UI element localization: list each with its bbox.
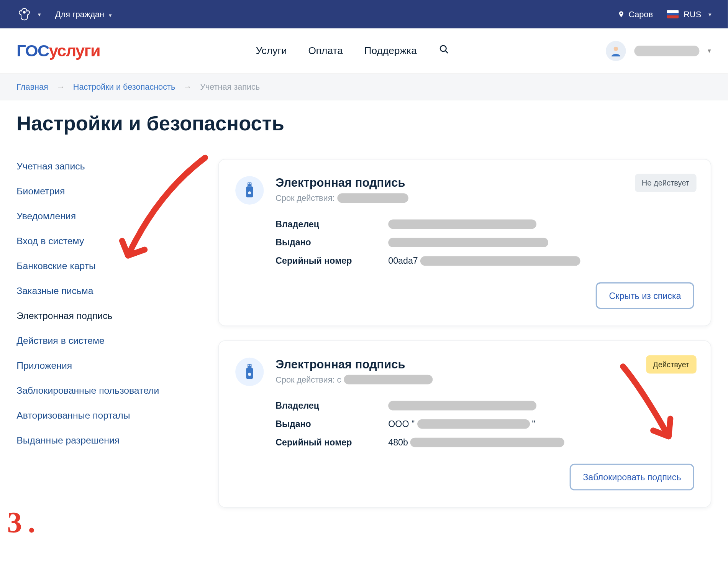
svg-rect-6	[250, 183, 251, 184]
sidebar-item-esignature[interactable]: Электронная подпись	[16, 311, 194, 322]
serial-prefix: 480b	[388, 437, 408, 447]
user-icon	[609, 44, 622, 57]
search-button[interactable]	[438, 43, 450, 58]
audience-switch[interactable]: Для граждан ▾	[55, 10, 112, 19]
sidebar-item-biometry[interactable]: Биометрия	[16, 186, 194, 197]
svg-line-2	[446, 51, 448, 53]
language-switch[interactable]: RUS ▾	[667, 10, 711, 19]
svg-point-13	[248, 373, 251, 376]
sidebar-item-blocked[interactable]: Заблокированные пользователи	[16, 386, 194, 396]
chevron-down-icon: ▾	[708, 47, 711, 54]
redacted	[337, 193, 408, 203]
crumb-home[interactable]: Главная	[16, 82, 48, 91]
status-badge: Не действует	[635, 174, 697, 192]
page-title: Настройки и безопасность	[0, 100, 728, 135]
main-nav: Услуги Оплата Поддержка	[256, 43, 450, 58]
eagle-emblem-icon	[16, 7, 32, 22]
chevron-down-icon: ▾	[109, 12, 112, 18]
nav-payment[interactable]: Оплата	[308, 45, 343, 57]
redacted	[388, 219, 536, 229]
annotation-step-number: 3.	[7, 505, 35, 540]
svg-rect-9	[248, 364, 251, 368]
audience-label: Для граждан	[55, 10, 104, 19]
redacted	[420, 256, 580, 266]
flag-ru-icon	[667, 10, 679, 18]
redacted	[417, 419, 530, 429]
sidebar-item-account[interactable]: Учетная запись	[16, 161, 194, 172]
sidebar-item-notifications[interactable]: Уведомления	[16, 211, 194, 222]
issued-label: Выдано	[275, 419, 382, 429]
card-validity: Срок действия: с	[275, 375, 432, 384]
settings-sidebar: Учетная запись Биометрия Уведомления Вхо…	[16, 159, 194, 446]
nav-support[interactable]: Поддержка	[364, 45, 417, 57]
svg-point-8	[248, 191, 251, 194]
crumb-sep: →	[184, 82, 192, 91]
logo-part2: услуги	[49, 41, 100, 60]
card-title: Электронная подпись	[275, 176, 408, 190]
sidebar-item-actions[interactable]: Действия в системе	[16, 336, 194, 347]
svg-rect-5	[248, 183, 249, 184]
serial-label: Серийный номер	[275, 256, 382, 266]
location-switch[interactable]: Саров	[618, 10, 653, 19]
svg-rect-11	[250, 365, 251, 366]
redacted	[344, 375, 433, 384]
svg-rect-10	[248, 365, 249, 366]
location-pin-icon	[618, 11, 625, 18]
crumb-sep: →	[56, 82, 65, 91]
avatar	[606, 41, 626, 61]
sidebar-item-login[interactable]: Вход в систему	[16, 236, 194, 247]
search-icon	[438, 43, 450, 55]
owner-label: Владелец	[275, 400, 382, 410]
svg-point-3	[614, 46, 618, 51]
sidebar-item-letters[interactable]: Заказные письма	[16, 286, 194, 297]
chevron-down-icon: ▾	[708, 11, 712, 18]
user-menu[interactable]: ▾	[606, 41, 711, 61]
usb-token-icon	[235, 358, 264, 386]
redacted	[388, 238, 548, 247]
issued-prefix: ООО "	[388, 419, 415, 429]
crumb-current: Учетная запись	[200, 82, 260, 91]
block-signature-button[interactable]: Заблокировать подпись	[570, 464, 694, 491]
status-badge: Действует	[646, 355, 696, 374]
main-content: Не действует Электронная подпись Срок де…	[218, 159, 711, 508]
nav-services[interactable]: Услуги	[256, 45, 287, 57]
svg-point-1	[440, 46, 446, 51]
location-city: Саров	[628, 10, 653, 19]
gosuslugi-logo[interactable]: ГОСуслуги	[16, 41, 100, 61]
esignature-card: Не действует Электронная подпись Срок де…	[218, 159, 711, 326]
serial-label: Серийный номер	[275, 437, 382, 447]
svg-rect-4	[248, 182, 251, 186]
emblem-dropdown[interactable]: ▾	[16, 7, 41, 22]
usb-token-icon	[235, 176, 264, 204]
redacted	[388, 401, 536, 410]
language-code: RUS	[684, 10, 701, 19]
esignature-card: Действует Электронная подпись Срок дейст…	[218, 340, 711, 508]
card-title: Электронная подпись	[275, 358, 432, 371]
site-header: ГОСуслуги Услуги Оплата Поддержка ▾	[0, 28, 728, 74]
crumb-settings[interactable]: Настройки и безопасность	[73, 82, 175, 91]
issued-label: Выдано	[275, 237, 382, 247]
user-name-redacted	[634, 45, 699, 56]
hide-from-list-button[interactable]: Скрыть из списка	[596, 282, 694, 309]
svg-point-0	[23, 12, 25, 13]
serial-prefix: 00ada7	[388, 256, 418, 266]
breadcrumb: Главная → Настройки и безопасность → Уче…	[0, 74, 728, 100]
sidebar-item-apps[interactable]: Приложения	[16, 361, 194, 371]
card-validity: Срок действия:	[275, 193, 408, 203]
logo-part1: ГОС	[16, 41, 49, 60]
gov-topbar: ▾ Для граждан ▾ Саров RUS ▾	[0, 0, 728, 28]
sidebar-item-permissions[interactable]: Выданные разрешения	[16, 435, 194, 446]
chevron-down-icon: ▾	[38, 11, 41, 18]
sidebar-item-portals[interactable]: Авторизованные порталы	[16, 411, 194, 421]
redacted	[410, 437, 564, 447]
owner-label: Владелец	[275, 219, 382, 229]
sidebar-item-cards[interactable]: Банковские карты	[16, 261, 194, 272]
